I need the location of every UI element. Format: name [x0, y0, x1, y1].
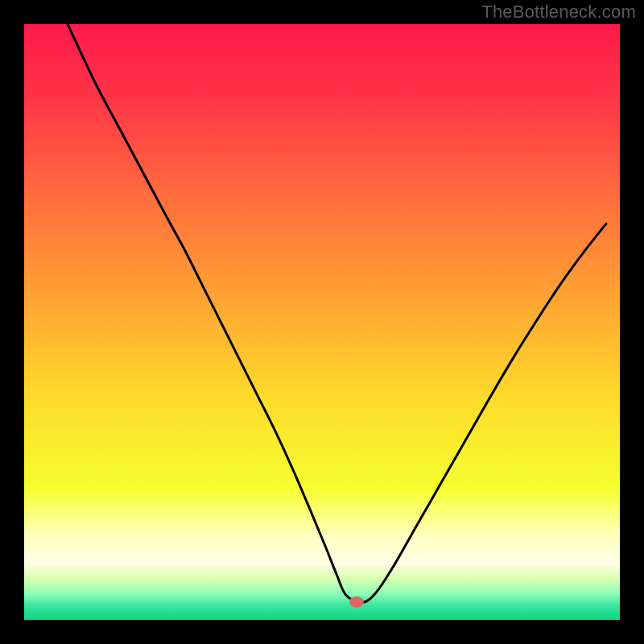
watermark-text: TheBottleneck.com — [481, 2, 636, 23]
optimal-point-marker — [349, 597, 364, 608]
gradient-chart — [0, 0, 644, 644]
chart-background — [24, 24, 620, 620]
chart-frame: { "watermark": "TheBottleneck.com", "cha… — [0, 0, 644, 644]
